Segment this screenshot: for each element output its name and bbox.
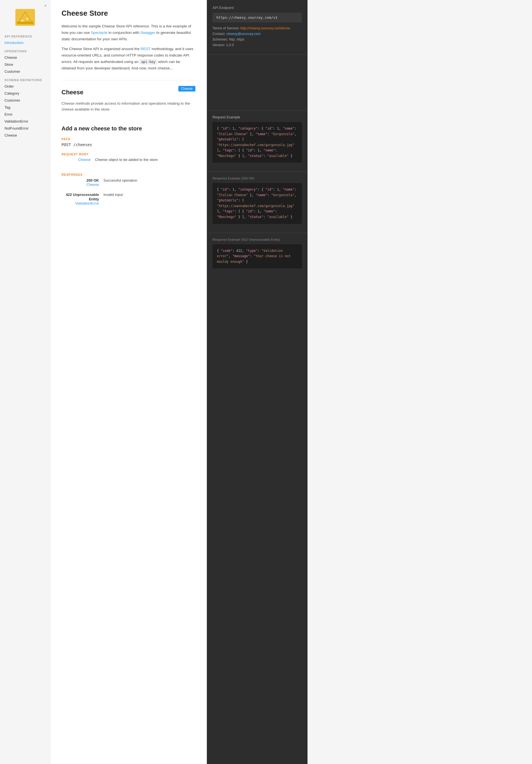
add-cheese-title: Add a new cheese to the store (62, 125, 196, 132)
request-code-block: { "id": 1, "category": { "id": 1, "name"… (212, 122, 302, 163)
close-icon[interactable]: × (44, 3, 47, 8)
responses-section: RESPONSES 200 OK Cheese Successful opera… (62, 173, 196, 205)
schema-label: SCHEMA DEFINITIONS (0, 75, 50, 83)
response-200-type-link[interactable]: Cheese (62, 182, 99, 187)
sidebar-item-store[interactable]: Store (0, 61, 50, 68)
request-example-title: Request Example (212, 115, 302, 119)
response-422-desc: Invalid input (103, 192, 196, 197)
response-200-row: 200 OK Cheese Successful operation (62, 178, 196, 187)
cheese-section-desc: Cheese methods provide access to informa… (62, 100, 196, 112)
svg-rect-3 (17, 22, 34, 24)
sidebar-item-cheese-schema[interactable]: Cheese (0, 132, 50, 139)
sidebar-item-tag[interactable]: Tag (0, 104, 50, 111)
response-422-example-title: Response Example (422 Unprocessable Enti… (212, 238, 302, 242)
request-body-section: REQUEST BODY Cheese Cheese object to be … (62, 152, 196, 162)
swagger-link[interactable]: Swagger (140, 31, 155, 35)
right-panel: API Endpoint https://cheesy.sourcey.com/… (207, 0, 308, 764)
logo-icon (15, 9, 35, 26)
response-200-desc: Successful operation (103, 178, 196, 182)
operations-label: OPERATIONS (0, 46, 50, 54)
cheese-section-heading: Cheese (62, 89, 196, 96)
api-endpoint-label: API Endpoint (212, 6, 302, 10)
tos-row: Terms of Service: http://cheesy.sourcey.… (212, 26, 302, 30)
body-description: Cheese object to be added to the store (95, 157, 196, 162)
sidebar: × API REFERENCE Introduction OPERATIONS … (0, 0, 50, 764)
response-422-code-block: 422 Unprocessable Entity ValidationError (62, 192, 103, 205)
version-row: Version: 1.0.0 (212, 43, 302, 47)
spectacle-link[interactable]: Spectacle (91, 31, 107, 35)
response-200-code: 200 OK (86, 178, 99, 182)
sidebar-item-validationerror[interactable]: ValidationError (0, 118, 50, 125)
response-422-code-block: { "code": 422, "type": "Validation error… (212, 244, 302, 269)
sidebar-item-cheese[interactable]: Cheese (0, 54, 50, 61)
response-422-row: 422 Unprocessable Entity ValidationError… (62, 192, 196, 205)
right-spacer (207, 55, 308, 110)
path-label: PATH (62, 137, 196, 141)
contact-row: Contact: cheesy@sourcey.com (212, 32, 302, 36)
response-422-code: 422 Unprocessable Entity (66, 193, 99, 201)
sidebar-item-category[interactable]: Category (0, 90, 50, 97)
api-key-code: api-key (140, 59, 157, 64)
response-200-example-section: Response Example (200 OK) { "id": 1, "ca… (207, 172, 308, 233)
logo-area (0, 4, 50, 31)
cheese-section: Cheese Cheese Cheese methods provide acc… (62, 89, 196, 117)
api-info-section: API Endpoint https://cheesy.sourcey.com/… (207, 0, 308, 55)
endpoint-url: https://cheesy.sourcey.com/v1 (212, 13, 302, 22)
body-type-link[interactable]: Cheese (62, 157, 95, 162)
schemes-row: Schemes: http, https (212, 38, 302, 41)
sidebar-item-introduction[interactable]: Introduction (0, 39, 50, 46)
svg-marker-0 (18, 12, 32, 23)
rest-link[interactable]: REST (141, 47, 151, 51)
body-row: Cheese Cheese object to be added to the … (62, 157, 196, 162)
sidebar-item-customer-ops[interactable]: Customer (0, 68, 50, 75)
sidebar-item-order[interactable]: Order (0, 83, 50, 90)
page-title: Cheese Store (62, 9, 196, 18)
response-200-code-block: { "id": 1, "category": { "id": 1, "name"… (212, 183, 302, 224)
response-200-example-title: Response Example (200 OK) (212, 176, 302, 180)
request-body-label: REQUEST BODY (62, 152, 196, 156)
response-200-code-block: 200 OK Cheese (62, 178, 103, 187)
sidebar-item-customer-schema[interactable]: Customer (0, 97, 50, 104)
request-example-section: Request Example { "id": 1, "category": {… (207, 110, 308, 172)
add-cheese-operation: Add a new cheese to the store PATH POST … (62, 125, 196, 205)
api-reference-label: API REFERENCE (0, 31, 50, 39)
intro-paragraph-1: Welcome to the sample Cheese Store API r… (62, 23, 196, 43)
svg-point-2 (26, 18, 29, 20)
contact-link[interactable]: cheesy@sourcey.com (226, 32, 261, 36)
sidebar-item-notfounderror[interactable]: NotFoundError (0, 125, 50, 132)
intro-paragraph-2: The Cheese Store API is organized around… (62, 46, 196, 72)
tos-link[interactable]: http://cheesy.sourcey.com/terms (240, 26, 290, 30)
responses-label: RESPONSES (62, 173, 196, 176)
response-422-type-link[interactable]: ValidationError (62, 201, 99, 205)
cheese-badge: Cheese (178, 86, 196, 92)
sidebar-item-error[interactable]: Error (0, 111, 50, 118)
main-content: Cheese Store Welcome to the sample Chees… (50, 0, 207, 764)
path-value: POST /cheeses (62, 142, 196, 147)
response-422-example-section: Response Example (422 Unprocessable Enti… (207, 233, 308, 278)
